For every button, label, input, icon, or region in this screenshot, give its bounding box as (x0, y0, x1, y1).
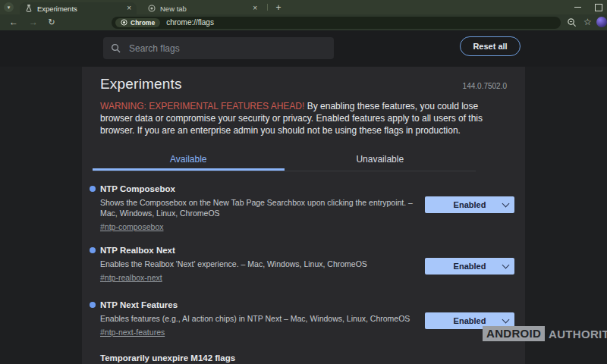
flag-link-ntp-next-features[interactable]: #ntp-next-features (100, 328, 165, 337)
search-flags-input[interactable] (127, 42, 326, 55)
flag-description: Enables features (e.g., AI action chips)… (100, 313, 420, 324)
url-text: chrome://flags (166, 18, 214, 27)
search-icon (111, 43, 121, 53)
back-icon[interactable]: ← (8, 14, 20, 30)
experiment-dot-icon (90, 247, 96, 253)
chrome-version: 144.0.7502.0 (463, 82, 507, 90)
tab-title: New tab (160, 5, 250, 13)
flask-icon (25, 5, 33, 12)
flag-link-ntp-composebox[interactable]: #ntp-composebox (100, 222, 163, 231)
flag-dropdown-value: Enabled (454, 316, 486, 325)
flags-page-header: Reset all (0, 30, 607, 67)
experiment-dot-icon (90, 302, 96, 308)
search-flags-box[interactable] (103, 37, 334, 59)
experimental-warning: WARNING: EXPERIMENTAL FEATURES AHEAD! By… (100, 100, 507, 136)
flag-name: NTP Composebox (100, 184, 425, 193)
flags-content: Experiments 144.0.7502.0 WARNING: EXPERI… (82, 67, 525, 364)
tab-title: Experiments (37, 5, 124, 13)
zoom-icon[interactable] (567, 17, 577, 30)
minimize-icon[interactable] (574, 7, 581, 8)
address-bar[interactable]: Chrome chrome://flags (112, 17, 561, 29)
page-title: Experiments (100, 76, 182, 93)
tab-available[interactable]: Available (93, 149, 285, 171)
flag-row-ntp-next-features: NTP Next Features Enables features (e.g.… (100, 300, 507, 338)
chevron-down-icon: ▾ (8, 5, 11, 10)
watermark-android: ANDROID (483, 326, 545, 341)
site-chip-label: Chrome (131, 19, 155, 27)
chevron-down-icon (502, 262, 510, 269)
flag-dropdown-ntp-realbox-next[interactable]: Enabled (425, 258, 514, 275)
page-body: Experiments 144.0.7502.0 WARNING: EXPERI… (0, 67, 607, 364)
flag-name: NTP Next Features (100, 300, 425, 309)
site-chip[interactable]: Chrome (115, 18, 160, 27)
flag-link-ntp-realbox-next[interactable]: #ntp-realbox-next (100, 273, 162, 282)
bookmark-star-icon[interactable]: ☆ (583, 16, 592, 28)
flag-info: NTP Realbox Next Enables the Realbox 'Ne… (100, 246, 425, 284)
flag-dropdown-ntp-composebox[interactable]: Enabled (425, 196, 514, 213)
tab-search-button[interactable]: ▾ (4, 2, 14, 12)
new-tab-button[interactable]: + (272, 2, 285, 14)
tab-strip: ▾ Experiments × New tab × + (0, 0, 607, 14)
experiment-dot-icon (90, 186, 96, 192)
flag-row-ntp-composebox: NTP Composebox Shows the Composebox on t… (100, 184, 507, 233)
close-icon[interactable]: × (253, 5, 257, 12)
new-tab-favicon-icon (148, 5, 156, 12)
flag-name: NTP Realbox Next (100, 246, 425, 255)
flags-tab-bar: Available Unavailable (93, 149, 476, 171)
browser-window: ▾ Experiments × New tab × + ← → ↻ (0, 0, 607, 364)
browser-tab-experiments[interactable]: Experiments × (20, 2, 137, 14)
maximize-icon[interactable] (595, 4, 602, 11)
browser-tab-new-tab[interactable]: New tab × (143, 2, 263, 14)
chevron-down-icon (502, 200, 510, 208)
browser-toolbar: ← → ↻ Chrome chrome://flags ☆ (0, 14, 607, 30)
flag-dropdown-value: Enabled (454, 200, 486, 209)
flag-info: NTP Composebox Shows the Composebox on t… (100, 184, 425, 233)
flag-info: NTP Next Features Enables features (e.g.… (100, 300, 425, 338)
window-controls (574, 0, 602, 14)
watermark-authority: AUTHORITY (549, 328, 607, 340)
flag-description: Enables the Realbox 'Next' experience. –… (100, 259, 420, 269)
flag-description: Shows the Composebox on the New Tab Page… (100, 197, 420, 218)
profile-avatar[interactable] (596, 17, 607, 27)
title-row: Experiments 144.0.7502.0 (100, 76, 507, 93)
warning-highlight: WARNING: EXPERIMENTAL FEATURES AHEAD! (100, 101, 304, 111)
tab-unavailable[interactable]: Unavailable (285, 149, 476, 171)
reset-all-button[interactable]: Reset all (460, 36, 521, 56)
unexpire-section-heading: Temporarily unexpire M142 flags (100, 353, 507, 362)
forward-icon[interactable]: → (27, 14, 39, 30)
reload-icon[interactable]: ↻ (46, 14, 58, 30)
chrome-logo-icon (121, 19, 127, 26)
flag-row-ntp-realbox-next: NTP Realbox Next Enables the Realbox 'Ne… (100, 246, 507, 284)
close-icon[interactable]: × (127, 5, 131, 12)
tab-divider (267, 4, 268, 11)
flag-dropdown-value: Enabled (454, 262, 486, 271)
chevron-down-icon (502, 316, 510, 324)
android-authority-watermark: ANDROID AUTHORITY (483, 326, 607, 341)
